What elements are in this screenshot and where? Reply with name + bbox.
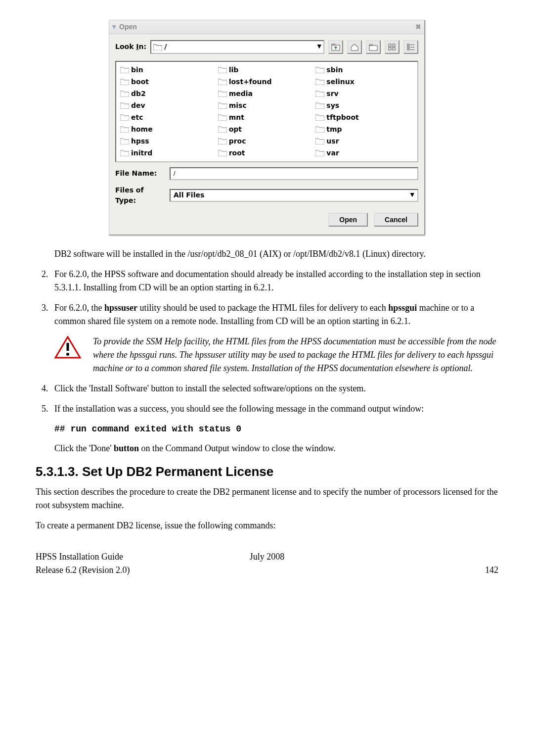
folder-icon — [218, 138, 227, 144]
footer-release: Release 6.2 (Revision 2.0) — [36, 564, 221, 577]
titlebar: ▾ Open ✖ — [109, 20, 424, 34]
folder-item[interactable]: proc — [218, 136, 316, 146]
folder-item[interactable]: lib — [218, 65, 316, 75]
folder-item[interactable]: boot — [120, 77, 218, 87]
look-in-dropdown[interactable]: / ▼ — [150, 40, 324, 54]
folder-icon — [120, 126, 129, 133]
home-button[interactable] — [347, 40, 362, 54]
folder-item[interactable]: lost+found — [218, 77, 316, 87]
folder-item[interactable]: srv — [315, 89, 413, 99]
folder-icon — [315, 149, 324, 156]
folder-item[interactable]: opt — [218, 124, 316, 135]
cancel-button[interactable]: Cancel — [374, 213, 418, 227]
up-folder-button[interactable] — [328, 40, 343, 54]
folder-item[interactable]: tmp — [315, 124, 413, 135]
list-view-button[interactable] — [385, 40, 400, 54]
body-paragraph: This section describes the procedure to … — [36, 485, 498, 512]
open-dialog: ▾ Open ✖ Look In: / ▼ — [109, 20, 425, 236]
svg-rect-2 — [389, 44, 391, 47]
page-footer: HPSS Installation Guide Release 6.2 (Rev… — [36, 550, 498, 577]
folder-item[interactable]: mnt — [218, 112, 316, 123]
list-item: If the installation was a success, you s… — [50, 402, 498, 416]
folder-item[interactable]: misc — [218, 100, 316, 111]
folder-item[interactable]: sys — [315, 100, 413, 111]
body-paragraph: Click the 'Done' button on the Command O… — [54, 442, 498, 455]
folder-item[interactable]: dev — [120, 100, 218, 111]
svg-rect-10 — [407, 49, 409, 50]
svg-rect-5 — [393, 47, 395, 50]
list-item: Click the 'Install Software' button to i… — [50, 382, 498, 395]
open-button[interactable]: Open — [328, 213, 368, 227]
file-name-input[interactable] — [170, 167, 418, 180]
folder-item[interactable]: db2 — [120, 89, 218, 99]
folder-item[interactable]: hpss — [120, 136, 218, 146]
folder-item[interactable]: tftpboot — [315, 112, 413, 123]
new-folder-button[interactable] — [366, 40, 381, 54]
svg-rect-6 — [407, 44, 409, 46]
folder-item[interactable]: initrd — [120, 148, 218, 158]
folder-icon — [315, 102, 324, 109]
svg-rect-12 — [67, 343, 69, 351]
detail-view-button[interactable] — [403, 40, 418, 54]
list-item: For 6.2.0, the HPSS software and documen… — [50, 268, 498, 294]
folder-icon — [315, 66, 324, 73]
folder-icon — [315, 90, 324, 97]
svg-point-13 — [66, 353, 69, 356]
folder-icon — [315, 114, 324, 121]
folder-item[interactable]: home — [120, 124, 218, 135]
folder-icon — [120, 138, 129, 144]
warning-icon — [54, 336, 81, 363]
folder-icon — [315, 78, 324, 85]
folder-icon — [120, 114, 129, 121]
folder-icon — [120, 90, 129, 97]
files-of-type-dropdown[interactable]: All Files ▼ — [170, 189, 418, 202]
look-in-value: / — [164, 42, 167, 52]
svg-rect-3 — [393, 44, 395, 47]
folder-item[interactable]: usr — [315, 136, 413, 146]
folder-icon — [120, 149, 129, 156]
folder-icon — [218, 114, 227, 121]
folder-icon — [315, 138, 324, 144]
page-number: 142 — [313, 550, 498, 577]
folder-icon — [120, 66, 129, 73]
list-item: For 6.2.0, the hpssuser utility should b… — [50, 301, 498, 328]
folder-item[interactable]: bin — [120, 65, 218, 75]
code-block: ## run command exited with status 0 — [54, 423, 498, 436]
folder-icon — [218, 90, 227, 97]
folder-icon — [153, 44, 162, 50]
folder-icon — [120, 78, 129, 85]
folder-item[interactable]: sbin — [315, 65, 413, 75]
close-icon[interactable]: ✖ — [415, 22, 421, 32]
section-heading: 5.3.1.3. Set Up DB2 Permanent License — [36, 462, 498, 481]
dropdown-arrow-icon: ▼ — [410, 191, 414, 199]
folder-item[interactable]: media — [218, 89, 316, 99]
folder-icon — [218, 66, 227, 73]
files-of-type-label: Files of Type: — [115, 185, 165, 206]
folder-icon — [218, 149, 227, 156]
folder-icon — [120, 102, 129, 109]
dropdown-arrow-icon: ▼ — [317, 43, 321, 51]
footer-title: HPSS Installation Guide — [36, 550, 221, 564]
folder-icon — [315, 126, 324, 133]
body-paragraph: To create a permanent DB2 license, issue… — [36, 519, 498, 532]
footer-date: July 2008 — [221, 550, 313, 577]
folder-icon — [218, 78, 227, 85]
folder-item[interactable]: root — [218, 148, 316, 158]
folder-icon — [218, 126, 227, 133]
folder-item[interactable]: etc — [120, 112, 218, 123]
folder-icon — [218, 102, 227, 109]
folder-item[interactable]: var — [315, 148, 413, 158]
folder-item[interactable]: selinux — [315, 77, 413, 87]
look-in-label: Look In: — [115, 42, 146, 52]
file-name-label: File Name: — [115, 168, 165, 179]
warning-note: To provide the SSM Help facility, the HT… — [54, 335, 498, 375]
svg-rect-1 — [369, 46, 377, 50]
svg-rect-4 — [389, 47, 391, 50]
chevron-down-icon: ▾ — [112, 21, 116, 33]
body-paragraph: DB2 software will be installed in the /u… — [54, 247, 498, 261]
dialog-title: Open — [119, 22, 415, 32]
file-list-pane: bin lib sbin boot lost+found selinux db2… — [115, 61, 418, 162]
svg-rect-8 — [407, 47, 409, 48]
